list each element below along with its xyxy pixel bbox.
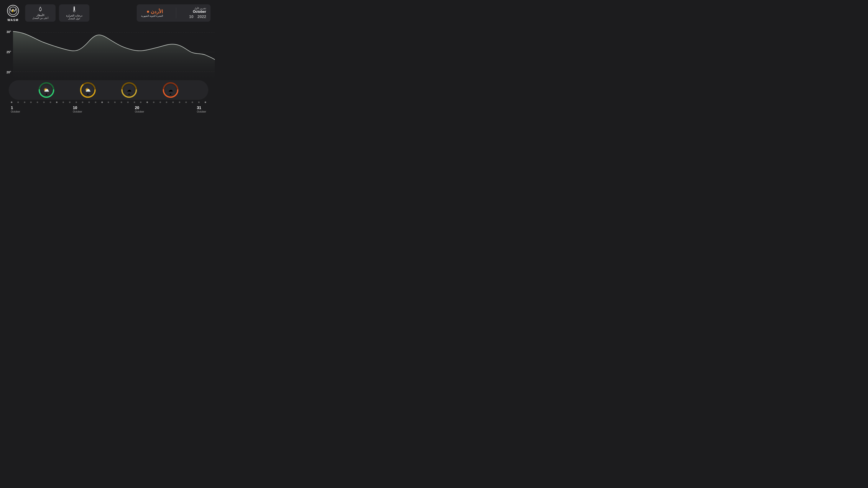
header: WASM الأمطار أعلى من المعدل درج	[0, 0, 217, 26]
weather-icon-2-rain: 🌧	[87, 93, 89, 95]
rainfall-value: أعلى من المعدل	[32, 17, 49, 20]
chart-area: 30° 25° 20°	[0, 22, 217, 83]
dot-2	[18, 101, 19, 103]
dot-3	[24, 101, 25, 103]
date-20-month: October	[135, 110, 144, 113]
dot-15	[101, 101, 103, 103]
dot-16	[107, 101, 109, 103]
weather-icon-4-rain: 🌧	[169, 93, 172, 95]
dot-6	[43, 101, 45, 103]
dot-29	[192, 101, 193, 103]
dot-11	[75, 101, 77, 103]
dot-20	[134, 101, 135, 103]
date-1-month: October	[11, 110, 20, 113]
divider	[176, 8, 176, 19]
date-item-1: 1 October	[11, 106, 20, 113]
dot-23	[153, 101, 155, 103]
temperature-chart	[0, 22, 217, 83]
weather-icon-4: ☁ 🌧	[162, 82, 179, 98]
day-number: 10	[189, 14, 193, 19]
dots-row	[9, 100, 208, 105]
dot-24	[159, 101, 161, 103]
dot-19	[127, 101, 129, 103]
country-dot	[147, 11, 149, 13]
dot-18	[121, 101, 122, 103]
date-item-20: 20 October	[135, 106, 144, 113]
temperature-icon	[72, 6, 76, 13]
dot-21	[140, 101, 142, 103]
dot-30	[198, 101, 199, 103]
date-31-day: 31	[197, 106, 201, 110]
dot-17	[114, 101, 116, 103]
temperature-value: حول المعدل	[68, 17, 80, 20]
logo-text: WASM	[7, 18, 19, 22]
dot-31	[205, 101, 206, 103]
y-label-30: 30°	[6, 30, 11, 34]
y-label-20: 20°	[6, 70, 11, 74]
weather-icon-1-symbol: ⛅	[43, 87, 49, 93]
dashboard: WASM الأمطار أعلى من المعدل درج	[0, 0, 217, 122]
weather-icon-3-rain: 🌧	[128, 93, 130, 95]
weather-icon-4-symbol: ☁	[168, 87, 173, 93]
date-20-day: 20	[135, 106, 139, 110]
timeline-section: ⛅ 🌧 ⛅ 🌧	[0, 80, 217, 114]
bulletin-title: النشرة الجوية الشهرية	[141, 14, 163, 18]
dot-13	[88, 101, 90, 103]
country-name: الأردن	[147, 9, 163, 14]
dot-14	[95, 101, 96, 103]
rainfall-card: الأمطار أعلى من المعدل	[25, 4, 56, 22]
temperature-title: درجات الحرارة	[66, 14, 82, 17]
wasm-logo-icon	[6, 4, 20, 18]
dot-10	[69, 101, 70, 103]
dot-22	[147, 101, 148, 103]
date-10-day: 10	[73, 106, 77, 110]
y-axis-labels: 30° 25° 20°	[6, 22, 11, 83]
weather-icon-1-rain: 🌧	[45, 93, 48, 95]
weather-icon-3-symbol: ☁	[127, 87, 131, 93]
weather-icon-1: ⛅ 🌧	[38, 82, 55, 98]
dot-9	[62, 101, 64, 103]
date-label-arabic: تشرين الأول	[194, 7, 206, 10]
rainfall-title: الأمطار	[36, 14, 44, 17]
dot-7	[50, 101, 51, 103]
month-name: October	[193, 10, 206, 14]
dot-27	[179, 101, 180, 103]
dates-row: 1 October 10 October 20 October 31 Octob…	[9, 105, 208, 114]
dot-4	[30, 101, 32, 103]
main-info-card: الأردن النشرة الجوية الشهرية تشرين الأول…	[137, 4, 211, 22]
dot-8	[56, 101, 58, 103]
date-item-10: 10 October	[73, 106, 82, 113]
dot-1	[11, 101, 12, 103]
dot-25	[166, 101, 167, 103]
year-number: 2022	[197, 14, 206, 19]
main-info-right: تشرين الأول October 10 2022	[189, 7, 206, 19]
weather-icon-3: ☁ 🌧	[121, 82, 137, 98]
weather-icon-2-symbol: ⛅	[85, 87, 91, 93]
main-info-left: الأردن النشرة الجوية الشهرية	[141, 9, 163, 18]
date-1-day: 1	[11, 106, 13, 110]
y-label-25: 25°	[6, 50, 11, 54]
date-10-month: October	[73, 110, 82, 113]
weather-icons-row: ⛅ 🌧 ⛅ 🌧	[9, 80, 208, 100]
dot-26	[172, 101, 174, 103]
dot-12	[82, 101, 83, 103]
logo-container: WASM	[6, 4, 20, 22]
date-numbers: 10 2022	[189, 14, 206, 19]
dot-5	[37, 101, 38, 103]
weather-icon-2: ⛅ 🌧	[80, 82, 96, 98]
date-item-31: 31 October	[197, 106, 206, 113]
rainfall-icon	[38, 6, 42, 13]
date-31-month: October	[197, 110, 206, 113]
dot-28	[185, 101, 187, 103]
temperature-card: درجات الحرارة حول المعدل	[59, 4, 89, 22]
